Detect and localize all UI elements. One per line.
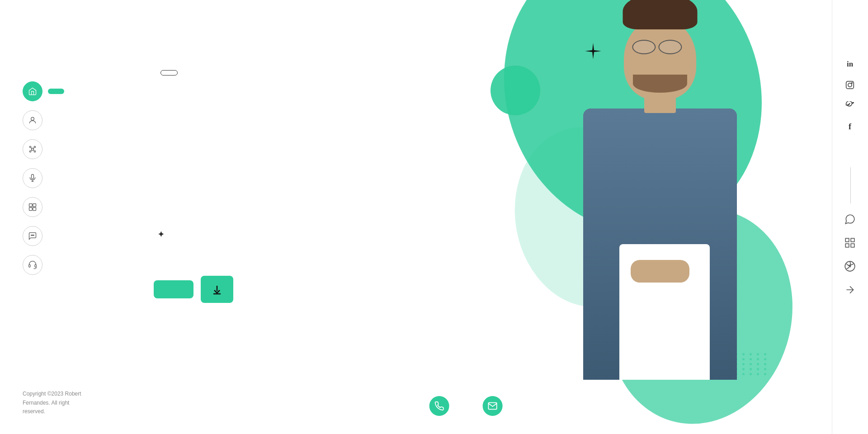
svg-rect-13 — [29, 204, 33, 207]
cta-buttons — [154, 276, 233, 303]
svg-line-9 — [33, 150, 34, 151]
twitter-icon[interactable] — [844, 100, 855, 111]
svg-point-19 — [33, 235, 34, 236]
sidebar-item-about[interactable] — [23, 110, 64, 130]
main-content: ✦ const dotsContainer = document.querySe… — [90, 0, 832, 434]
social-icons: in f — [832, 59, 868, 132]
svg-rect-22 — [846, 81, 854, 89]
user-icon — [28, 116, 37, 125]
svg-point-17 — [31, 235, 32, 236]
email-icon — [488, 401, 498, 411]
svg-point-24 — [852, 83, 853, 84]
headset-icon — [28, 260, 37, 269]
svg-point-2 — [29, 146, 31, 147]
svg-point-23 — [848, 83, 852, 87]
phone-contact — [429, 396, 456, 416]
svg-line-6 — [31, 148, 32, 149]
right-sidebar: in f — [832, 0, 868, 434]
home-icon — [28, 87, 37, 96]
svg-rect-15 — [29, 208, 33, 211]
chat-icon — [28, 231, 37, 241]
svg-rect-20 — [29, 264, 30, 267]
arrow-icon[interactable] — [843, 283, 857, 297]
phone-icon-circle — [429, 396, 449, 416]
mic-icon — [28, 174, 37, 183]
phone-icon — [434, 401, 444, 411]
chat-bubble-icon[interactable] — [843, 212, 857, 226]
svg-point-18 — [32, 235, 33, 236]
copyright-text: Copyright ©2023 RobertFernandes. All rig… — [23, 390, 90, 416]
grid-right-icon[interactable] — [843, 236, 857, 250]
person-image — [524, 18, 796, 380]
svg-rect-14 — [33, 204, 36, 207]
svg-point-0 — [31, 117, 34, 120]
svg-point-4 — [29, 151, 31, 152]
svg-point-5 — [34, 151, 35, 152]
svg-line-7 — [33, 148, 34, 149]
home-label — [48, 89, 64, 94]
facebook-icon[interactable]: f — [844, 121, 855, 132]
home-icon-circle — [23, 81, 42, 101]
contact-footer — [429, 396, 509, 416]
dribbble-icon[interactable] — [843, 259, 857, 273]
headset-icon-circle — [23, 255, 42, 275]
skills-icon-circle — [23, 139, 42, 159]
svg-rect-25 — [845, 238, 849, 242]
mic-icon-circle — [23, 168, 42, 188]
download-icon — [212, 284, 222, 295]
introduce-badge — [160, 70, 178, 75]
skills-icon — [28, 145, 37, 154]
nav-menu — [23, 81, 64, 275]
sidebar-item-home[interactable] — [23, 81, 64, 101]
svg-rect-26 — [851, 238, 854, 242]
sparkle-inline: ✦ — [157, 227, 165, 241]
download-button[interactable] — [201, 276, 233, 303]
svg-line-8 — [31, 150, 32, 151]
sidebar-item-services[interactable] — [23, 168, 64, 188]
hero-description: ✦ — [154, 226, 165, 241]
sidebar-item-skills[interactable] — [23, 139, 64, 159]
svg-point-3 — [34, 146, 35, 147]
left-sidebar: Copyright ©2023 RobertFernandes. All rig… — [0, 0, 90, 434]
svg-rect-10 — [32, 175, 34, 179]
svg-rect-27 — [845, 244, 849, 247]
svg-rect-16 — [33, 208, 36, 211]
chat-icon-circle — [23, 226, 42, 246]
right-icons-bottom — [832, 212, 868, 297]
sidebar-item-contact[interactable] — [23, 255, 64, 275]
right-divider — [850, 167, 851, 203]
linkedin-icon[interactable]: in — [844, 59, 855, 70]
talk-button[interactable] — [154, 280, 193, 298]
grid-icon-circle — [23, 197, 42, 217]
svg-rect-28 — [851, 244, 854, 247]
instagram-icon[interactable] — [844, 80, 855, 90]
sidebar-item-portfolio[interactable] — [23, 197, 64, 217]
user-icon-circle — [23, 110, 42, 130]
email-icon-circle — [483, 396, 503, 416]
svg-rect-21 — [35, 264, 36, 267]
email-contact — [483, 396, 509, 416]
grid-icon — [28, 203, 37, 212]
sidebar-item-testimonial[interactable] — [23, 226, 64, 246]
